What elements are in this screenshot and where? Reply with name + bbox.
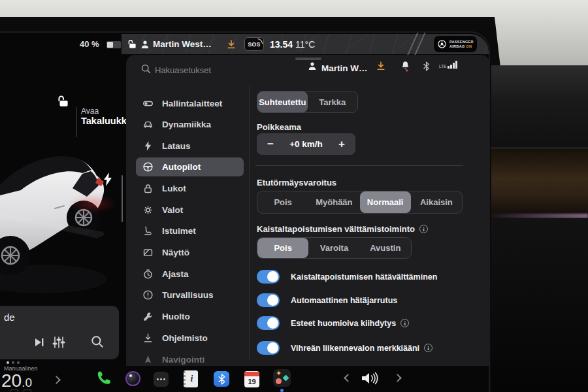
map-road-line [406, 32, 419, 57]
sidebar-item-scheduling[interactable]: Ajasta [136, 265, 244, 284]
airbag-on-state: ON [466, 44, 472, 48]
sidebar-item-controls[interactable]: Hallintalaitteet [136, 94, 244, 113]
clock: 13.54 [270, 34, 293, 54]
battery-icon [106, 41, 121, 48]
sheet-scrollbar[interactable] [122, 175, 123, 222]
lane-departure-options: Pois Varoita Avustin [257, 237, 412, 259]
driver-profile-icon[interactable] [140, 34, 150, 54]
toggle-row: Kaistaltapoistumisen hätävälttäminen [257, 270, 437, 284]
ambient-light-strip [491, 214, 588, 218]
option-early[interactable]: Aikaisin [411, 191, 462, 213]
option-late[interactable]: Myöhään [308, 191, 359, 213]
media-player[interactable]: de [0, 306, 119, 359]
info-icon[interactable] [400, 319, 409, 327]
arcade-app-icon[interactable] [273, 369, 291, 387]
sidebar-item-display[interactable]: Näyttö [136, 243, 244, 262]
search-icon[interactable] [140, 63, 152, 74]
sheet-drag-handle[interactable] [295, 57, 321, 60]
info-icon[interactable] [419, 225, 428, 233]
calendar-app-icon[interactable]: 19 [244, 371, 259, 387]
toggle-row: Esteet huomioiva kiihdytys [257, 316, 409, 330]
section-divider [255, 165, 463, 166]
volume-up-chevron-icon[interactable] [393, 374, 402, 382]
trunk-open-label[interactable]: Avaa [81, 106, 99, 116]
owners-manual-app-icon[interactable]: i [184, 370, 198, 387]
sidebar-item-locks[interactable]: Lukot [136, 179, 244, 198]
cellular-signal-icon[interactable]: LTE [439, 61, 457, 69]
lane-departure-label: Kaistaltapoistumisen välttämistoiminto [257, 224, 428, 234]
toggle-row: Vihreän liikennevalon merkkiääni [257, 341, 433, 355]
climate-temperature[interactable]: 20.0 [1, 370, 32, 391]
more-apps-icon[interactable] [154, 372, 169, 387]
option-off[interactable]: Pois [257, 191, 308, 213]
sidebar-item-dynamics[interactable]: Dynamiikka [136, 115, 244, 134]
settings-search-input[interactable]: Hakuasetukset [155, 65, 211, 75]
forward-collision-options: Pois Myöhään Normaali Aikaisin [257, 191, 463, 214]
option-normal[interactable]: Normaali [360, 191, 411, 213]
sidebar-item-safety[interactable]: Turvallisuus [136, 286, 244, 304]
camera-lens-app-icon[interactable] [125, 371, 140, 386]
seat-heater-icon[interactable] [24, 389, 31, 392]
speaker-icon[interactable] [361, 371, 379, 385]
trunk-divider [76, 107, 77, 137]
toggle-automatic-emergency-braking[interactable] [257, 293, 280, 307]
sidebar-item-lights[interactable]: Valot [136, 201, 244, 220]
charging-bolt-icon [103, 172, 112, 186]
decrease-button[interactable]: − [265, 138, 276, 151]
network-type-label: LTE [439, 64, 446, 69]
toggle-obstacle-aware-acceleration[interactable] [257, 316, 280, 330]
tab-fixed[interactable]: Tarkka [308, 91, 358, 112]
increase-button[interactable]: + [336, 138, 347, 151]
download-icon[interactable] [376, 61, 386, 74]
notifications-bell-icon[interactable] [400, 60, 411, 75]
forward-collision-label: Etutörmäysvaroitus [257, 178, 336, 188]
profile-name[interactable]: Martin W… [321, 63, 368, 73]
passenger-airbag-badge: PASSENGERAIRBAG ON [434, 36, 477, 52]
tab-relative[interactable]: Suhteutettu [257, 91, 308, 112]
profile-icon[interactable] [307, 61, 318, 74]
outside-temperature: 11°C [295, 34, 315, 54]
photo-of-tesla-screen: 40 % Avaa Takaluukku [0, 0, 588, 392]
dashboard-panel [491, 65, 588, 149]
settings-sheet: Hakuasetukset Martin W… LTE [126, 55, 490, 366]
taillight-glow [68, 195, 118, 213]
car-unlocked-icon[interactable] [127, 34, 138, 54]
option-off[interactable]: Pois [257, 238, 308, 258]
media-search-icon[interactable] [90, 335, 105, 349]
sidebar-item-service[interactable]: Huolto [136, 307, 244, 326]
offset-value: +0 km/h [289, 139, 323, 149]
driver-profile-name[interactable]: Martin West… [153, 34, 212, 54]
option-warning[interactable]: Varoita [308, 238, 359, 258]
content-divider [249, 86, 250, 359]
sidebar-item-navigation[interactable]: Navigointi [136, 350, 244, 369]
sidebar-item-software[interactable]: Ohjelmisto [136, 329, 244, 348]
car-render[interactable] [0, 148, 114, 305]
media-track-title: de [4, 312, 15, 323]
phone-app-icon[interactable] [94, 370, 111, 387]
info-icon[interactable] [424, 344, 433, 352]
battery-percentage: 40 % [80, 39, 99, 49]
offset-stepper: − +0 km/h + [257, 133, 355, 155]
toggle-emergency-lane-departure[interactable] [257, 270, 280, 284]
unlocked-icon[interactable] [56, 94, 71, 108]
volume-down-chevron-icon[interactable] [344, 374, 352, 382]
climate-expand-chevron-icon[interactable] [52, 376, 61, 384]
sidebar-item-seats[interactable]: Istuimet [136, 221, 244, 240]
toggle-green-light-chime[interactable] [257, 341, 280, 355]
sos-badge: SOS [244, 37, 264, 51]
page-dots [7, 361, 20, 364]
app-notification-dot [280, 389, 284, 392]
sidebar-item-autopilot[interactable]: Autopilot [136, 157, 244, 176]
toggle-row: Automaattinen hätäjarrutus [257, 293, 397, 307]
option-assist[interactable]: Avustin [360, 238, 411, 258]
sidebar-item-charging[interactable]: Lataus [136, 137, 244, 155]
bluetooth-app-icon[interactable] [214, 371, 229, 387]
bluetooth-icon[interactable] [423, 61, 430, 74]
trunk-name-label[interactable]: Takaluukku [81, 116, 133, 126]
touchscreen: 40 % Avaa Takaluukku [0, 31, 490, 392]
status-bar: Martin West… SOS 13.54 11°C PASSENGERAIR… [122, 34, 489, 54]
equalizer-icon[interactable] [52, 336, 65, 349]
skip-next-icon[interactable] [33, 336, 46, 349]
software-update-icon[interactable] [226, 34, 237, 54]
seat-heater-icon[interactable] [10, 389, 18, 392]
